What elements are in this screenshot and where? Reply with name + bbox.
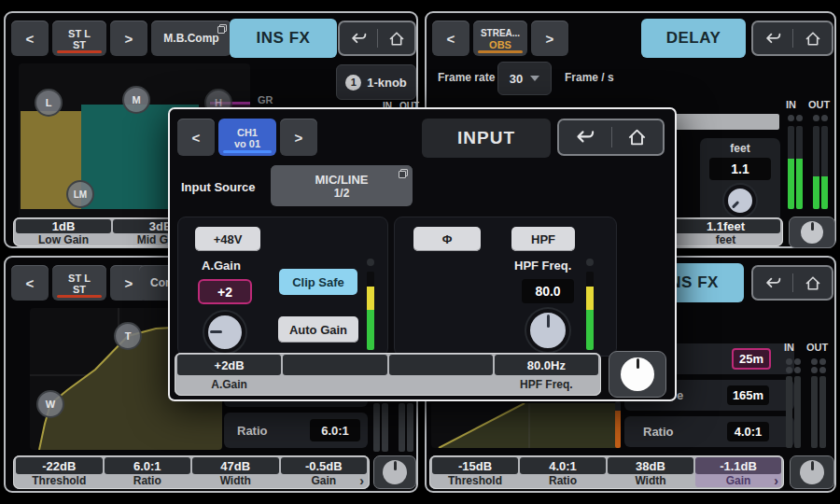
param-label: Ratio bbox=[105, 474, 191, 487]
frame-rate-unit: Frame / s bbox=[565, 71, 614, 84]
band-handle-mid[interactable]: M bbox=[122, 86, 150, 114]
delay-channel-button[interactable]: STREA... OBS bbox=[473, 21, 527, 56]
param-low-gain[interactable]: 1dB Low Gain bbox=[16, 219, 111, 245]
insfx-nav-group bbox=[751, 265, 833, 301]
param-ratio[interactable]: 4.0:1 Ratio bbox=[520, 457, 606, 487]
input-channel-button[interactable]: CH1 vo 01 bbox=[218, 119, 276, 156]
clip-safe-button[interactable]: Clip Safe bbox=[279, 269, 357, 295]
input-corner-knob-button[interactable] bbox=[609, 351, 666, 398]
more-params-arrow-icon[interactable]: › bbox=[774, 473, 778, 488]
analog-gain-section: +48V A.Gain +2 Clip Safe Auto Gain bbox=[177, 217, 388, 357]
param-gain-selected[interactable]: -1.1dB Gain › bbox=[695, 457, 781, 487]
param-blank[interactable] bbox=[283, 355, 386, 394]
param-hpf-freq[interactable]: 80.0Hz HPF Freq. bbox=[495, 355, 598, 394]
insfx-corner-knob-button[interactable] bbox=[790, 455, 834, 489]
comp-corner-knob-button[interactable] bbox=[373, 455, 416, 489]
param-label bbox=[283, 375, 386, 394]
again-knob[interactable] bbox=[204, 312, 245, 353]
phantom-48v-button[interactable]: +48V bbox=[195, 227, 260, 251]
delay-knob[interactable] bbox=[718, 178, 763, 223]
width-handle[interactable]: W bbox=[36, 390, 64, 418]
input-prev-button[interactable]: < bbox=[177, 119, 215, 156]
param-threshold[interactable]: -22dB Threshold bbox=[16, 457, 103, 487]
phase-hpf-section: Φ HPF HPF Freq. 80.0 bbox=[394, 217, 617, 357]
param-value bbox=[283, 355, 386, 375]
meter-in-right bbox=[794, 376, 801, 448]
input-source-button[interactable]: MIC/LINE 1/2 bbox=[271, 165, 413, 206]
param-label: Width bbox=[608, 474, 693, 487]
undo-icon[interactable] bbox=[764, 275, 782, 291]
frame-rate-select[interactable]: 30 bbox=[497, 62, 552, 95]
threshold-handle[interactable]: T bbox=[114, 322, 142, 350]
param-feet[interactable]: 1.1feet feet bbox=[671, 219, 780, 245]
undo-icon[interactable] bbox=[350, 31, 368, 47]
home-icon[interactable] bbox=[805, 275, 821, 291]
meter-yellow-zone bbox=[586, 287, 594, 310]
param-blank[interactable] bbox=[389, 355, 493, 394]
more-params-arrow-icon[interactable]: › bbox=[359, 473, 364, 488]
undo-icon[interactable] bbox=[575, 128, 595, 147]
home-icon[interactable] bbox=[388, 31, 405, 47]
param-width[interactable]: 38dB Width bbox=[608, 457, 693, 487]
mbcomp-channel-button[interactable]: ST L ST bbox=[52, 21, 106, 56]
insfx-meter-out-label: OUT bbox=[806, 342, 828, 353]
channel-line1: ST L bbox=[68, 273, 91, 284]
mbcomp-page-button[interactable]: M.B.Comp bbox=[151, 21, 231, 56]
delay-meter-in-label: IN bbox=[786, 99, 796, 110]
param-value: +2dB bbox=[177, 355, 281, 375]
input-nav-group bbox=[557, 119, 665, 156]
hpf-freq-knob[interactable] bbox=[526, 309, 569, 352]
delay-value-block: feet 1.1 bbox=[700, 138, 780, 223]
param-value: 1.1feet bbox=[671, 219, 780, 233]
param-gain[interactable]: -0.5dB Gain › bbox=[281, 457, 368, 487]
channel-underline bbox=[57, 295, 103, 298]
phase-button[interactable]: Φ bbox=[413, 227, 481, 251]
insfx-ratio-row[interactable]: Ratio 4.0:1 bbox=[624, 416, 794, 447]
hpf-button[interactable]: HPF bbox=[511, 227, 575, 251]
one-knob-badge-icon: 1 bbox=[345, 75, 361, 91]
one-knob-button[interactable]: 1 1-knob bbox=[336, 64, 416, 100]
param-label: Width bbox=[192, 474, 279, 487]
comp-channel-button[interactable]: ST L ST bbox=[52, 265, 106, 301]
delay-corner-knob-button[interactable] bbox=[789, 217, 835, 248]
channel-line1: ST L bbox=[68, 28, 91, 39]
param-again[interactable]: +2dB A.Gain bbox=[177, 355, 281, 394]
channel-line2: vo 01 bbox=[234, 138, 260, 149]
meter-peak-dot bbox=[788, 115, 794, 121]
ratio-value-box: 6.0:1 bbox=[310, 419, 360, 441]
hpf-freq-value-box[interactable]: 80.0 bbox=[522, 279, 574, 303]
band-handle-low[interactable]: L bbox=[35, 89, 63, 117]
delay-unit-label: feet bbox=[700, 142, 780, 155]
undo-icon[interactable] bbox=[764, 31, 782, 47]
home-icon[interactable] bbox=[805, 31, 821, 47]
auto-gain-button[interactable]: Auto Gain bbox=[278, 316, 358, 343]
meter-peak-dot bbox=[821, 115, 828, 121]
input-next-button[interactable]: > bbox=[280, 119, 317, 156]
channel-underline bbox=[223, 150, 272, 153]
again-value-box[interactable]: +2 bbox=[198, 279, 252, 304]
param-ratio[interactable]: 6.0:1 Ratio bbox=[105, 457, 191, 487]
comp-ratio-row[interactable]: Ratio 6.0:1 bbox=[224, 413, 368, 448]
param-threshold[interactable]: -15dB Threshold bbox=[432, 457, 518, 487]
delay-next-button[interactable]: > bbox=[531, 21, 568, 56]
mbcomp-next-button[interactable]: > bbox=[110, 21, 147, 56]
meter-in-right bbox=[796, 126, 803, 209]
meter-in-left bbox=[786, 376, 792, 448]
attack-value-box: 25m bbox=[732, 348, 771, 370]
nav-divider bbox=[792, 29, 793, 48]
delay-value-box[interactable]: 1.1 bbox=[709, 158, 771, 180]
param-value: -0.5dB bbox=[281, 457, 368, 474]
comp-curve bbox=[431, 403, 618, 448]
band-handle-lowmid[interactable]: LM bbox=[66, 180, 94, 208]
nav-divider bbox=[792, 273, 793, 292]
meter-out-right bbox=[821, 126, 828, 209]
insfx-param-strip: -15dB Threshold 4.0:1 Ratio 38dB Width -… bbox=[429, 455, 784, 489]
copy-icon bbox=[399, 169, 408, 178]
mbcomp-prev-button[interactable]: < bbox=[11, 21, 49, 56]
delay-prev-button[interactable]: < bbox=[432, 21, 469, 56]
param-width[interactable]: 47dB Width bbox=[192, 457, 279, 487]
param-value: 47dB bbox=[192, 457, 279, 474]
home-icon[interactable] bbox=[627, 128, 647, 147]
input-overlay: < CH1 vo 01 > INPUT Input Source MIC/LIN… bbox=[168, 107, 677, 401]
comp-prev-button[interactable]: < bbox=[11, 265, 49, 301]
